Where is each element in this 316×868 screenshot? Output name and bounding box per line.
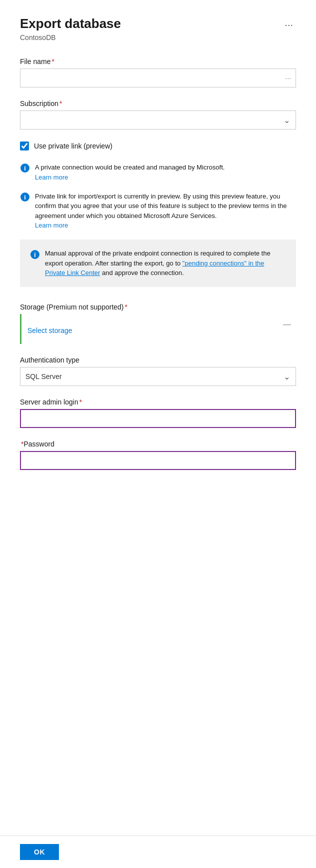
file-name-group: File name* ··· xyxy=(20,58,296,88)
password-group: *Password xyxy=(20,440,296,470)
subtitle: ContosoDB xyxy=(20,34,296,42)
subscription-label: Subscription* xyxy=(20,100,296,108)
page-title: Export database xyxy=(20,16,121,32)
private-link-row: Use private link (preview) xyxy=(20,142,296,150)
ok-button[interactable]: OK xyxy=(20,844,59,860)
info-block-2: i Private link for import/export is curr… xyxy=(20,192,296,230)
info-text-2: Private link for import/export is curren… xyxy=(35,192,296,230)
file-name-input-wrapper: ··· xyxy=(20,68,296,88)
subscription-select[interactable] xyxy=(20,110,296,130)
export-database-panel: Export database ··· ContosoDB File name*… xyxy=(0,0,316,868)
file-name-required: * xyxy=(51,58,54,66)
svg-text:i: i xyxy=(24,164,26,172)
auth-type-label: Authentication type xyxy=(20,356,296,364)
header-row: Export database ··· xyxy=(20,16,296,32)
file-name-input[interactable] xyxy=(20,68,296,88)
info-icon-3: i xyxy=(30,250,40,260)
select-storage-link[interactable]: Select storage xyxy=(27,324,296,334)
password-label: *Password xyxy=(20,440,296,448)
password-input[interactable] xyxy=(20,451,296,470)
storage-dash-icon: — xyxy=(283,320,291,329)
private-link-checkbox[interactable] xyxy=(20,142,29,150)
server-admin-label: Server admin login* xyxy=(20,398,296,406)
server-admin-input[interactable] xyxy=(20,409,296,428)
server-admin-group: Server admin login* xyxy=(20,398,296,428)
file-name-label: File name* xyxy=(20,58,296,66)
info-icon-2: i xyxy=(20,192,30,202)
notice-box: i Manual approval of the private endpoin… xyxy=(20,240,296,287)
storage-field: — Select storage xyxy=(20,314,296,344)
private-link-label[interactable]: Use private link (preview) xyxy=(34,142,112,150)
auth-type-group: Authentication type SQL Server Azure Act… xyxy=(20,356,296,386)
notice-inner: i Manual approval of the private endpoin… xyxy=(30,248,286,278)
server-admin-required: * xyxy=(79,398,82,406)
info-text-1: A private connection would be created an… xyxy=(35,162,225,182)
svg-text:i: i xyxy=(34,251,36,258)
subscription-select-wrapper: ⌄ xyxy=(20,110,296,130)
svg-text:i: i xyxy=(24,194,26,201)
storage-required: * xyxy=(125,303,127,311)
auth-type-select[interactable]: SQL Server Azure Active Directory xyxy=(20,367,296,386)
footer-bar: OK xyxy=(0,836,316,868)
storage-section: Storage (Premium not supported)* — Selec… xyxy=(20,303,296,344)
subscription-group: Subscription* ⌄ xyxy=(20,100,296,130)
learn-more-link-2[interactable]: Learn more xyxy=(35,222,68,229)
notice-text: Manual approval of the private endpoint … xyxy=(45,248,286,278)
learn-more-link-1[interactable]: Learn more xyxy=(35,174,68,181)
auth-type-select-wrapper: SQL Server Azure Active Directory ⌄ xyxy=(20,367,296,386)
subscription-required: * xyxy=(59,100,62,108)
storage-label: Storage (Premium not supported)* xyxy=(20,303,296,311)
info-icon-1: i xyxy=(20,163,30,173)
info-block-1: i A private connection would be created … xyxy=(20,162,296,182)
ellipsis-button[interactable]: ··· xyxy=(282,18,296,32)
